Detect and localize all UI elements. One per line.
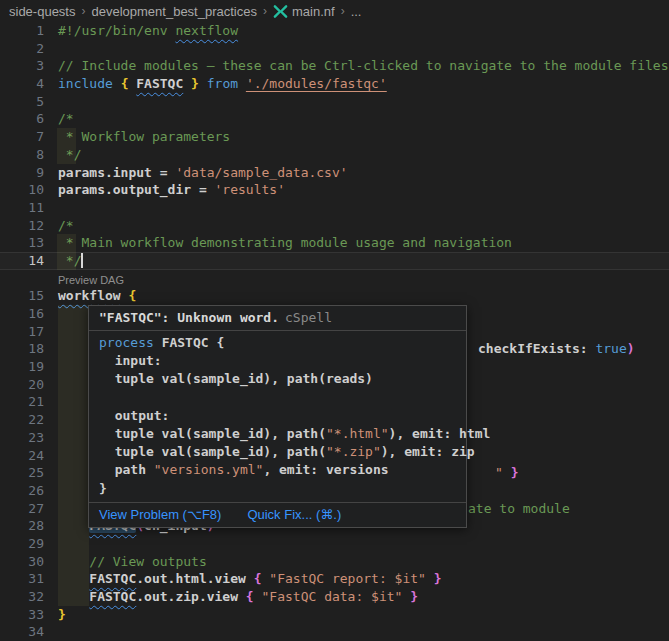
indent-highlight-stripe <box>58 429 89 447</box>
line-number: 14 <box>0 252 44 270</box>
code-line-4[interactable]: 4include { FASTQC } from './modules/fast… <box>0 75 669 93</box>
module-path-link[interactable]: fastqc <box>332 76 379 92</box>
tooltip-code-line: } <box>99 480 456 498</box>
line-content: ate to module <box>468 500 570 518</box>
code-token: 'data/sample_data.csv' <box>175 165 347 180</box>
code-line-33[interactable]: 33} <box>0 606 669 624</box>
line-number: 25 <box>0 464 44 482</box>
code-line-5[interactable]: 5 <box>0 93 669 111</box>
code-token: FASTQC <box>89 589 136 604</box>
code-line-11[interactable]: 11 <box>0 199 669 217</box>
code-token: #!/usr/bin/env <box>58 23 175 38</box>
line-number: 12 <box>0 217 44 235</box>
line-number: 34 <box>0 623 44 641</box>
code-token: { <box>128 288 136 303</box>
indent-highlight-stripe <box>58 447 89 465</box>
code-line-2[interactable]: 2 <box>0 40 669 58</box>
code-token: { <box>246 589 262 604</box>
code-line-30[interactable]: 30 // View outputs <box>0 553 669 571</box>
module-path-link[interactable]: './modules/ <box>246 76 332 91</box>
codelens-preview-dag[interactable]: Preview DAG <box>58 270 124 288</box>
tooltip-code-line: output: <box>99 407 456 425</box>
breadcrumb-separator: › <box>341 4 345 18</box>
breadcrumb-label: side-quests <box>9 4 75 19</box>
line-content: // Include modules – these can be Ctrl-c… <box>58 57 668 75</box>
nextflow-icon <box>273 4 288 19</box>
code-line-34[interactable]: 34 <box>0 623 669 641</box>
line-number: 29 <box>0 535 44 553</box>
code-line-7[interactable]: 7 * Workflow parameters <box>0 128 669 146</box>
line-number: 21 <box>0 393 44 411</box>
code-token: } <box>402 589 418 604</box>
line-content: FASTQC.out.html.view { "FastQC report: $… <box>58 570 442 588</box>
line-content: workflow { <box>58 287 136 305</box>
code-line-12[interactable]: 12/* <box>0 217 669 235</box>
indent-highlight-stripe <box>57 252 76 270</box>
code-token: // Include modules – these can be Ctrl-c… <box>58 58 668 73</box>
code-token: workflow <box>58 288 121 303</box>
tooltip-code-line: tuple val(sample_id), path(reads) <box>99 370 456 388</box>
code-token: FASTQC <box>136 76 183 91</box>
line-number: 31 <box>0 570 44 588</box>
line-number: 3 <box>0 57 44 75</box>
line-number: 24 <box>0 447 44 465</box>
breadcrumb-item-main-nf[interactable]: main.nf <box>273 4 335 19</box>
tooltip-code-line: path "versions.yml", emit: versions <box>99 461 456 479</box>
code-token: } <box>99 481 107 496</box>
line-number: 23 <box>0 429 44 447</box>
tooltip-code-line: process FASTQC { <box>99 334 456 352</box>
module-path-link[interactable]: ' <box>379 76 387 91</box>
line-number: 17 <box>0 323 44 341</box>
code-token: "FastQC report: $it" <box>269 571 426 586</box>
view-problem-action[interactable]: View Problem (⌥F8) <box>99 507 221 522</box>
line-number: 26 <box>0 482 44 500</box>
code-line-1[interactable]: 1#!/usr/bin/env nextflow <box>0 22 669 40</box>
code-line-13[interactable]: 13 * Main workflow demonstrating module … <box>0 234 669 252</box>
line-content: params.input = 'data/sample_data.csv' <box>58 164 348 182</box>
line-number: 9 <box>0 164 44 182</box>
code-token: * Workflow parameters <box>58 129 230 144</box>
code-line-8[interactable]: 8 */ <box>0 146 669 164</box>
indent-highlight-stripe <box>58 535 89 553</box>
code-line-3[interactable]: 3// Include modules – these can be Ctrl-… <box>0 57 669 75</box>
code-line-14[interactable]: 14 */ <box>0 252 669 270</box>
code-token: * Main workflow demonstrating module usa… <box>58 235 512 250</box>
diagnostic-text: "FASTQC": Unknown word. <box>99 310 279 325</box>
line-number: 18 <box>0 340 44 358</box>
breadcrumb-label: main.nf <box>292 4 335 19</box>
line-content: include { FASTQC } from './modules/fastq… <box>58 75 387 93</box>
indent-highlight-stripe <box>58 553 89 571</box>
code-line-32[interactable]: 32 FASTQC.out.zip.view { "FastQC data: $… <box>0 588 669 606</box>
code-token: } <box>426 571 442 586</box>
code-line-9[interactable]: 9params.input = 'data/sample_data.csv' <box>0 164 669 182</box>
code-line-15[interactable]: 15workflow { <box>0 287 669 305</box>
code-token: include <box>58 76 121 91</box>
code-line-29[interactable]: 29 <box>0 535 669 553</box>
code-token: nextflow <box>175 23 238 38</box>
code-line-10[interactable]: 10params.output_dir = 'results' <box>0 181 669 199</box>
line-number: 15 <box>0 287 44 305</box>
breadcrumb-item-development-best-practices[interactable]: development_best_practices <box>91 4 257 19</box>
code-token: " <box>495 465 511 480</box>
diagnostic-source-cspell[interactable]: cSpell <box>285 310 332 325</box>
line-content: #!/usr/bin/env nextflow <box>58 22 238 40</box>
line-content: * Main workflow demonstrating module usa… <box>58 234 512 252</box>
indent-highlight-stripe <box>58 517 89 535</box>
breadcrumb-item--[interactable]: ... <box>351 4 362 19</box>
quick-fix-action[interactable]: Quick Fix... (⌘.) <box>247 507 341 522</box>
code-token: ), emit: zip <box>381 444 475 459</box>
line-number: 32 <box>0 588 44 606</box>
codelens-row[interactable]: Preview DAG <box>0 270 669 288</box>
indent-highlight-stripe <box>58 305 89 323</box>
code-line-31[interactable]: 31 FASTQC.out.html.view { "FastQC report… <box>0 570 669 588</box>
indent-highlight-stripe <box>58 588 89 606</box>
line-content: } <box>58 606 66 624</box>
code-token: path <box>99 462 154 477</box>
code-token: tuple val(sample_id), path(reads) <box>99 371 373 386</box>
indent-highlight-stripe <box>58 323 89 341</box>
tooltip-code-preview: process FASTQC { input: tuple val(sample… <box>89 331 466 503</box>
indent-highlight-stripe <box>58 393 89 411</box>
code-line-6[interactable]: 6/* <box>0 110 669 128</box>
tooltip-code-line: tuple val(sample_id), path("*.html"), em… <box>99 425 456 443</box>
breadcrumb-item-side-quests[interactable]: side-quests <box>9 4 75 19</box>
